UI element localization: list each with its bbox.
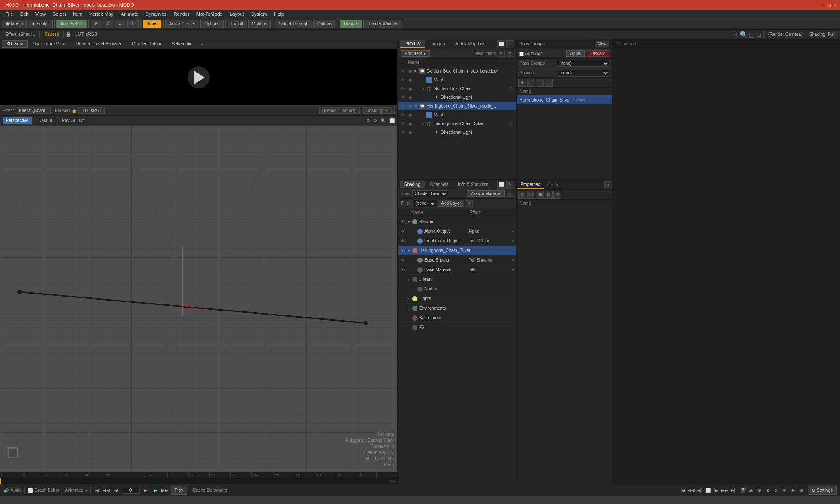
prop-icon-2[interactable]: ⬡ (527, 191, 535, 199)
transport-step-back-btn[interactable]: ◀ (112, 487, 119, 494)
menu-help[interactable]: Help (270, 10, 287, 18)
options-2-btn[interactable]: Options (248, 20, 271, 28)
eye-herring-root-icon[interactable]: 👁 (400, 103, 406, 109)
eye-dirlight1-icon[interactable]: 👁 (400, 94, 406, 100)
finalcolor-dropdown-icon[interactable]: ▾ (512, 239, 514, 243)
shading-rp[interactable]: Shading: Full (363, 107, 395, 114)
options-3-btn[interactable]: Options (313, 20, 336, 28)
auto-select-btn[interactable]: Auto Select (56, 20, 87, 28)
menu-render[interactable]: Render (170, 10, 193, 18)
apply-btn[interactable]: Apply (566, 50, 585, 57)
vp-raygl-label[interactable]: Ray GL: Off (59, 117, 88, 124)
render-btn[interactable]: Render (340, 20, 362, 28)
transport-start-btn[interactable]: |◀ (93, 487, 100, 494)
tab-renderpreset[interactable]: Render Preset Browser (71, 40, 126, 48)
cam-step-fwd-btn[interactable]: |▶ (713, 487, 720, 494)
cam-step-back-btn[interactable]: ◀| (696, 487, 703, 494)
eye-mesh2-icon[interactable]: 👁 (400, 112, 406, 118)
paused-label[interactable]: Paused (42, 32, 62, 37)
shader-row-fx[interactable]: 👁 ▷ FX (398, 323, 516, 332)
play-btn[interactable]: Play (171, 486, 187, 495)
action-tool-3[interactable]: ↩ (115, 20, 126, 28)
add-layer-btn[interactable]: Add Layer (438, 200, 464, 206)
menu-animate[interactable]: Animate (117, 10, 142, 18)
tree-item-dir-light1[interactable]: 👁 ◉ ▷ ☀ Directional Light (398, 93, 516, 102)
minimize-btn[interactable]: – (822, 2, 825, 8)
animated-select[interactable]: Animated ▾ (65, 488, 87, 493)
arrow-material[interactable]: ▼ (407, 248, 412, 253)
time-input[interactable] (122, 487, 140, 494)
cam-end-btn[interactable]: ▶| (729, 487, 736, 494)
arrow-herring-root[interactable]: ▼ (414, 104, 419, 108)
extra-btn-3[interactable]: ⊕ (756, 487, 763, 494)
vis2-mesh1-icon[interactable]: ◉ (407, 77, 413, 83)
transport-play-btn[interactable]: ▶ (152, 487, 159, 494)
eye-render-icon[interactable]: 👁 (400, 219, 406, 225)
extra-btn-6[interactable]: ⊙ (781, 487, 788, 494)
menu-system[interactable]: System (248, 10, 271, 18)
action-tool-2[interactable]: ⟳ (103, 20, 114, 28)
eye-lights-icon[interactable]: 👁 (400, 296, 406, 302)
arrow-lights[interactable]: ▷ (407, 297, 412, 301)
eye-golden-chain-icon[interactable]: 👁 (400, 85, 406, 91)
prop-icon-5[interactable]: ⊟ (553, 191, 561, 199)
items-btn[interactable]: Items (143, 20, 161, 28)
shader-row-material[interactable]: 👁 ▼ Herringbone_Chain_Silver (398, 246, 516, 256)
tab-properties[interactable]: Properties (517, 181, 544, 189)
shader-row-baseshader[interactable]: 👁 ▷ Base Shader Full Shading ▾ (398, 256, 516, 265)
auto-add-input[interactable] (519, 52, 524, 56)
effect-rp-value[interactable]: Effect: (Shadi... (17, 107, 51, 114)
tab-add-btn[interactable]: + (198, 41, 206, 48)
pass-groups-select[interactable]: (none) (557, 60, 609, 67)
extra-btn-1[interactable]: 🎬 (739, 487, 746, 494)
item-tree[interactable]: 👁 ◉ ▶ ⬟ Golden_Box_Chain_modo_base.lxo* … (398, 66, 516, 178)
tab-gradient[interactable]: Gradient Editor (127, 40, 166, 48)
vis2-herring-chain-icon[interactable]: ◉ (407, 120, 413, 126)
extra-btn-7[interactable]: ◈ (789, 487, 796, 494)
shading-label[interactable]: Shading: Full (807, 32, 837, 37)
sh-f-btn[interactable]: F (507, 191, 514, 197)
prop-icon-4[interactable]: ⊞ (545, 191, 553, 199)
shader-row-render[interactable]: 👁 ▼ Render (398, 217, 516, 227)
arrow-herring-chain[interactable]: ▷ (421, 121, 426, 126)
shader-row-alpha[interactable]: 👁 ▷ Alpha Output Alpha ▾ (398, 227, 516, 236)
il-f-btn[interactable]: F (507, 51, 514, 57)
tab-uvtexture[interactable]: UV Texture View (28, 40, 70, 48)
tree-item-herring-root[interactable]: 👁 ◉ ▼ ⬟ Herringbone_Chain_Silver_modo_..… (398, 102, 516, 110)
eye-golden-icon[interactable]: 👁 (400, 68, 406, 74)
cam-prev2-btn[interactable]: ◀◀ (688, 487, 695, 494)
tab-vertex-map-list[interactable]: Vertex Map List (450, 41, 489, 47)
arrow-golden[interactable]: ▶ (414, 69, 419, 73)
audio-btn[interactable]: 🔊 Audio (4, 488, 22, 493)
menu-file[interactable]: File (2, 10, 17, 18)
eye-fx-icon[interactable]: 👁 (400, 325, 406, 331)
settings-btn[interactable]: ⚙ Settings (808, 486, 836, 495)
shader-tree[interactable]: 👁 ▼ Render 👁 ▷ Alpha Output (398, 217, 516, 484)
vp-fullscreen-icon[interactable]: ⬜ (389, 118, 395, 123)
tree-item-dir-light2[interactable]: 👁 ◉ ▷ ☀ Directional Light (398, 128, 516, 136)
shader-row-bakeitems[interactable]: 👁 ▷ Bake Items (398, 313, 516, 323)
sh-expand-icon[interactable]: ⬜ (497, 181, 505, 189)
tab-3dview[interactable]: 3D View (2, 40, 28, 48)
groups-up-icon[interactable]: ↑ (536, 79, 544, 87)
extra-btn-4[interactable]: ⊗ (764, 487, 771, 494)
vis2-herring-root-icon[interactable]: ◉ (407, 103, 413, 109)
arrow-render[interactable]: ▼ (407, 220, 412, 224)
action-tool-4[interactable]: ↻ (127, 20, 139, 28)
filter-select[interactable]: (none) (412, 200, 436, 207)
vis2-golden-chain-icon[interactable]: ◉ (407, 85, 413, 91)
transport-step-fwd-btn[interactable]: ▶ (142, 487, 149, 494)
menu-maxtomodo[interactable]: MaxToModo (193, 10, 226, 18)
model-btn[interactable]: ⬟ Model (2, 20, 27, 28)
new-btn[interactable]: New (595, 41, 609, 47)
vis2-mesh2-icon[interactable]: ◉ (407, 112, 413, 118)
menu-item[interactable]: Item (70, 10, 86, 18)
sh-s-btn[interactable]: S (466, 200, 473, 206)
eye-dirlight2-icon[interactable]: 👁 (400, 129, 406, 135)
tree-item-herring-chain[interactable]: 👁 ◉ ▷ ⬡ Herringbone_Chain_Silver ② (398, 119, 516, 128)
action-tool-1[interactable]: ⟲ (91, 20, 102, 28)
tab-schematic[interactable]: Schematic (167, 40, 197, 48)
lut-rp-value[interactable]: LUT: sRGB (78, 107, 105, 114)
groups-remove-icon[interactable]: – (527, 79, 535, 87)
3d-viewport[interactable]: Perspective Default Ray GL: Off ⚙ ⟳ 🔍 ⬜ (0, 116, 397, 472)
